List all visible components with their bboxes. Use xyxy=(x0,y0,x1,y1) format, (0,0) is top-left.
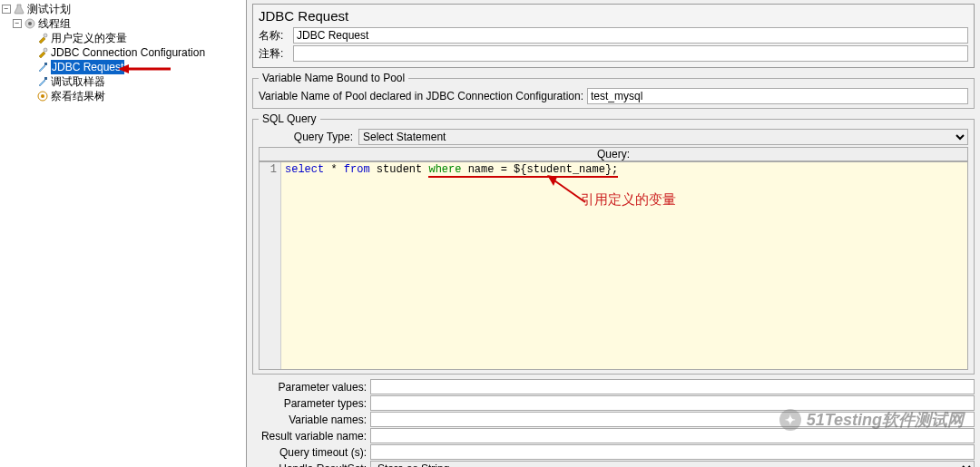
annotation-text: 引用定义的变量 xyxy=(581,193,676,207)
handle-rs-select[interactable]: Store as String xyxy=(370,461,975,467)
tree-node-uservars[interactable]: 用户定义的变量 xyxy=(0,31,246,45)
scope-icon xyxy=(36,90,49,102)
result-var-label: Result variable name: xyxy=(252,430,370,443)
pipette-icon xyxy=(36,61,49,73)
arrow-annotation-icon xyxy=(544,175,590,206)
bottom-form: Parameter values: Parameter types: Varia… xyxy=(247,376,980,467)
name-input[interactable] xyxy=(293,27,968,44)
tree-label: 调试取样器 xyxy=(51,74,105,89)
tree-label: 察看结果树 xyxy=(51,89,105,103)
sql-fieldset: SQL Query Query Type: Select Statement Q… xyxy=(252,112,975,375)
svg-rect-4 xyxy=(44,63,47,65)
pool-input[interactable] xyxy=(587,88,968,104)
wrench-icon xyxy=(36,32,49,44)
flask-icon xyxy=(13,3,25,15)
tree-node-threadgroup[interactable]: − 线程组 xyxy=(0,16,246,31)
tree-panel: − 测试计划 − 线程组 用户定义的变量 JDBC Connection Con… xyxy=(0,0,247,467)
var-names-input[interactable] xyxy=(370,412,975,427)
line-gutter: 1 xyxy=(260,162,281,369)
comment-label: 注释: xyxy=(259,46,293,62)
pool-label: Variable Name of Pool declared in JDBC C… xyxy=(259,90,583,102)
wrench-icon xyxy=(36,46,49,59)
tree-node-jdbcrequest[interactable]: JDBC Request xyxy=(0,60,246,74)
collapse-icon[interactable]: − xyxy=(13,19,22,28)
sql-code[interactable]: select * from student where name = ${stu… xyxy=(281,162,967,369)
svg-rect-5 xyxy=(44,77,47,80)
var-names-label: Variable names: xyxy=(252,413,370,426)
pool-fieldset: Variable Name Bound to Pool Variable Nam… xyxy=(252,72,975,109)
param-values-input[interactable] xyxy=(370,379,975,394)
svg-point-1 xyxy=(28,22,32,25)
tree-label-selected: JDBC Request xyxy=(51,60,124,74)
timeout-input[interactable] xyxy=(370,444,975,460)
sql-legend: SQL Query xyxy=(259,112,320,125)
tree-label: 用户定义的变量 xyxy=(51,31,127,45)
tree-node-testplan[interactable]: − 测试计划 xyxy=(0,2,246,16)
param-types-input[interactable] xyxy=(370,395,975,411)
page-title: JDBC Request xyxy=(259,8,968,24)
result-var-input[interactable] xyxy=(370,428,975,443)
collapse-icon[interactable]: − xyxy=(2,5,11,14)
pipette-icon xyxy=(36,75,49,88)
param-values-label: Parameter values: xyxy=(252,381,370,394)
tree-node-debug[interactable]: 调试取样器 xyxy=(0,74,246,89)
svg-line-10 xyxy=(552,179,585,202)
handle-rs-label: Handle ResultSet: xyxy=(252,462,370,468)
sql-editor[interactable]: 1 select * from student where name = ${s… xyxy=(259,161,968,370)
pool-legend: Variable Name Bound to Pool xyxy=(259,72,408,84)
tree-node-jdbcconfig[interactable]: JDBC Connection Configuration xyxy=(0,45,246,60)
param-types-label: Parameter types: xyxy=(252,397,370,410)
query-cell-header: Query: xyxy=(259,147,968,161)
tree-label: 测试计划 xyxy=(27,2,71,16)
name-label: 名称: xyxy=(259,28,293,44)
header-box: JDBC Request 名称: 注释: xyxy=(252,4,975,68)
tree-node-resultstree[interactable]: 察看结果树 xyxy=(0,89,246,103)
tree-label: 线程组 xyxy=(38,16,71,31)
svg-point-2 xyxy=(44,34,47,37)
timeout-label: Query timeout (s): xyxy=(252,446,370,459)
svg-point-3 xyxy=(44,48,47,52)
tree-label: JDBC Connection Configuration xyxy=(51,45,205,60)
main-panel: JDBC Request 名称: 注释: Variable Name Bound… xyxy=(247,0,980,467)
svg-point-7 xyxy=(41,94,44,98)
query-type-select[interactable]: Select Statement xyxy=(358,129,968,145)
comment-input[interactable] xyxy=(293,45,968,62)
query-type-label: Query Type: xyxy=(259,131,358,143)
gear-icon xyxy=(24,17,36,30)
